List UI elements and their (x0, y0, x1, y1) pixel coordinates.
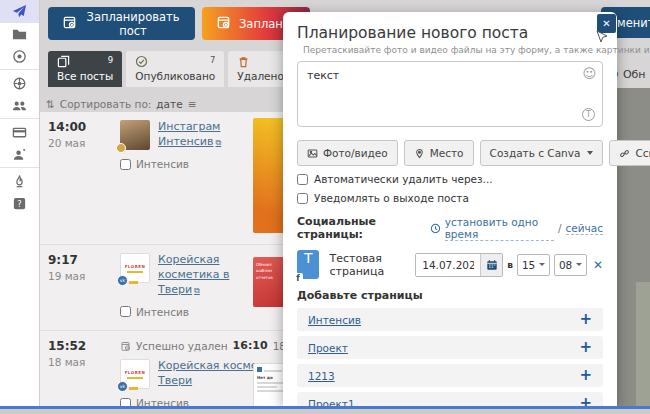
tab-count: 7 (210, 55, 215, 65)
folder-icon (12, 27, 27, 42)
post-project-label: Интенсив (136, 306, 189, 318)
tab-count: 9 (108, 55, 113, 65)
project-row[interactable]: Интенсив + (297, 308, 603, 331)
calendar-plus-icon (62, 15, 77, 33)
date-picker-group (415, 253, 503, 277)
canva-button[interactable]: Создать с Canva (480, 140, 604, 166)
notify-label: Уведомлять о выходе поста (314, 192, 469, 204)
location-pin-icon (414, 148, 425, 159)
auto-delete-checkbox[interactable] (297, 174, 308, 185)
sidebar-item-invite[interactable] (0, 143, 39, 165)
schedule-post-button[interactable]: Запланировать пост (48, 7, 195, 40)
sort-arrows-icon[interactable]: ⇅ (46, 98, 55, 110)
photo-video-button[interactable]: Фото/видео (297, 140, 398, 166)
tab-published[interactable]: 7 Опубликовано (126, 51, 224, 87)
avatar-letter: T (304, 250, 313, 266)
post-page-link[interactable]: Корейская косметика в Твери⧉ (158, 253, 260, 298)
refresh-label: Обн (623, 68, 646, 81)
emoji-icon[interactable]: ☺ (582, 66, 596, 81)
date-input[interactable] (416, 254, 480, 276)
place-button[interactable]: Место (404, 140, 474, 166)
status-text: Успешно удален (136, 340, 228, 352)
post-status: Успешно удален 16:10 18 мая (120, 339, 310, 352)
apply-label: менить (617, 16, 650, 30)
project-link[interactable]: Проект1 (308, 398, 355, 407)
sidebar-item-billing[interactable] (0, 121, 39, 143)
notify-checkbox[interactable] (297, 193, 308, 204)
caret-down-icon (539, 263, 545, 266)
auto-delete-checkbox-row[interactable]: Автоматически удалить через... (297, 173, 603, 185)
post-text-input[interactable]: текст (297, 61, 603, 127)
vk-badge-icon: vk (117, 381, 128, 392)
post-project-label: Интенсив (136, 397, 189, 406)
sidebar-item-autoposting[interactable] (0, 45, 39, 67)
hour-select[interactable]: 15 (517, 254, 550, 276)
attach-toolbar: Фото/видео Место Создать с Canva Ссылка (297, 140, 603, 166)
sidebar-item-team[interactable] (0, 94, 39, 116)
sidebar-item-helm[interactable] (0, 72, 39, 94)
question-icon: ? (12, 196, 27, 211)
app-screen: ? Запланировать пост Запланир менить ↻ О… (0, 0, 650, 414)
project-link[interactable]: Проект (308, 342, 348, 354)
sort-value[interactable]: дате (156, 98, 182, 110)
user-plus-icon (12, 147, 27, 162)
post-date: 19 мая (48, 270, 110, 282)
target-icon (12, 49, 27, 64)
post-project-checkbox[interactable] (120, 159, 131, 170)
sidebar-divider (0, 118, 39, 119)
post-project-checkbox[interactable] (120, 398, 131, 407)
screenshot-margin (0, 409, 650, 414)
link-button[interactable]: Ссылка (609, 140, 650, 166)
set-one-time-link[interactable]: установить одно время (445, 216, 554, 241)
calendar-icon (486, 259, 498, 271)
sidebar-item-posts[interactable] (0, 0, 39, 23)
text-format-icon[interactable]: T (582, 108, 595, 121)
add-plus-icon[interactable]: + (579, 396, 592, 406)
notify-checkbox-row[interactable]: Уведомлять о выходе поста (297, 192, 603, 204)
remove-page-icon[interactable]: ✕ (593, 258, 603, 272)
vk-badge-icon: vk (117, 275, 128, 286)
tab-all-posts[interactable]: 9 Все посты (48, 51, 122, 87)
sidebar-item-hot[interactable] (0, 170, 39, 192)
post-date: 18 мая (48, 356, 110, 368)
vk-bar (129, 281, 138, 284)
check-circle-icon (135, 55, 148, 68)
calendar-plus-icon (216, 15, 231, 33)
social-pages-label: Социальные страницы: (297, 215, 430, 241)
project-row[interactable]: Проект + (297, 336, 603, 359)
now-link[interactable]: сейчас (566, 222, 603, 235)
sidebar-item-folders[interactable] (0, 23, 39, 45)
caret-down-icon (587, 151, 593, 155)
project-link[interactable]: 1213 (308, 370, 335, 382)
sort-direction-icon[interactable]: ≡ (188, 98, 197, 110)
post-project-checkbox[interactable] (120, 306, 131, 317)
project-row[interactable]: 1213 + (297, 364, 603, 387)
post-time: 9:17 (48, 253, 110, 267)
avatar-badge (116, 143, 126, 153)
tab-label: Опубликовано (135, 70, 215, 82)
clock-icon (430, 222, 441, 235)
credit-card-icon (12, 125, 27, 140)
avatar-bar (127, 271, 143, 273)
post-time: 15:52 (48, 339, 110, 353)
tab-label: Все посты (57, 70, 113, 82)
calendar-button[interactable] (480, 254, 502, 276)
add-plus-icon[interactable]: + (579, 340, 592, 355)
avatar: FLOREN vk (120, 359, 150, 389)
project-list: Интенсив + Проект + 1213 + Проект1 + Без… (297, 308, 603, 406)
vk-bar (129, 387, 138, 390)
minute-select[interactable]: 08 (554, 254, 587, 276)
add-plus-icon[interactable]: + (579, 368, 592, 383)
project-link[interactable]: Интенсив (308, 314, 361, 326)
add-pages-label: Добавьте страницы (297, 289, 603, 302)
in-label: в (507, 260, 513, 270)
project-row[interactable]: Проект1 + (297, 392, 603, 406)
sidebar-item-help[interactable]: ? (0, 192, 39, 214)
post-page-link[interactable]: Инстаграм Интенсив⧉ (158, 120, 260, 150)
helm-icon (12, 76, 27, 91)
image-icon (307, 148, 318, 159)
copy-icon (57, 55, 70, 68)
paper-plane-icon (12, 4, 27, 19)
sidebar-divider (0, 167, 39, 168)
add-plus-icon[interactable]: + (579, 312, 592, 327)
